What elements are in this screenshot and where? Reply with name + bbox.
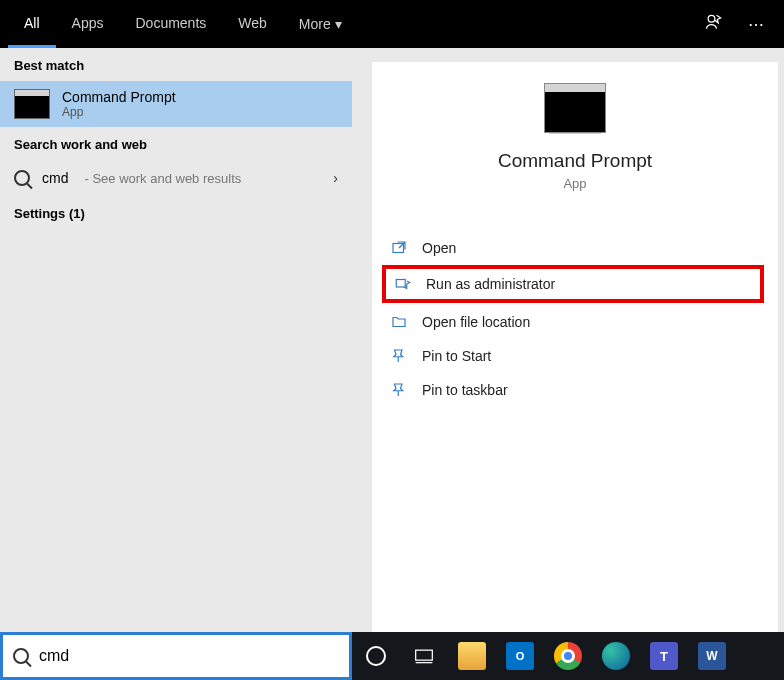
svg-rect-2 [396, 280, 405, 288]
taskbar-search[interactable] [0, 632, 352, 680]
svg-rect-3 [416, 650, 433, 660]
result-subtitle: App [62, 105, 176, 119]
taskbar-app-edge[interactable] [592, 632, 640, 680]
result-command-prompt[interactable]: Command Prompt App [0, 81, 352, 127]
web-hint: - See work and web results [84, 171, 241, 186]
best-match-header: Best match [0, 48, 352, 81]
search-icon [14, 170, 30, 186]
action-open-location-label: Open file location [422, 314, 530, 330]
cortana-icon [366, 646, 386, 666]
preview-app-icon [545, 84, 605, 132]
preview-subtitle: App [372, 176, 778, 191]
action-pin-start-label: Pin to Start [422, 348, 491, 364]
pin-icon [390, 347, 408, 365]
chevron-right-icon: › [333, 170, 338, 186]
edge-icon [602, 642, 630, 670]
folder-icon [390, 313, 408, 331]
file-explorer-icon [458, 642, 486, 670]
search-icon [13, 648, 29, 664]
search-input[interactable] [39, 647, 339, 665]
web-query: cmd [42, 170, 68, 186]
tab-more-label: More [299, 1, 331, 47]
action-run-admin-label: Run as administrator [426, 276, 555, 292]
settings-header[interactable]: Settings (1) [0, 196, 352, 229]
more-options-icon[interactable]: ⋯ [736, 15, 776, 34]
task-view-button[interactable] [400, 632, 448, 680]
shield-run-icon [394, 275, 412, 293]
preview-panel: Command Prompt App Open Run as administr… [372, 62, 778, 632]
action-pin-to-taskbar[interactable]: Pin to taskbar [378, 373, 772, 407]
action-open-label: Open [422, 240, 456, 256]
command-prompt-icon [14, 89, 50, 119]
action-open-file-location[interactable]: Open file location [378, 305, 772, 339]
preview-title: Command Prompt [372, 150, 778, 172]
search-work-web-header: Search work and web [0, 127, 352, 160]
tab-apps[interactable]: Apps [56, 0, 120, 48]
tab-all[interactable]: All [8, 0, 56, 48]
results-panel: Best match Command Prompt App Search wor… [0, 48, 352, 632]
tab-documents[interactable]: Documents [119, 0, 222, 48]
taskbar-app-teams[interactable]: T [640, 632, 688, 680]
chevron-down-icon: ▾ [335, 1, 342, 47]
action-pin-to-start[interactable]: Pin to Start [378, 339, 772, 373]
taskbar-app-explorer[interactable] [448, 632, 496, 680]
result-title: Command Prompt [62, 89, 176, 105]
word-icon: W [698, 642, 726, 670]
action-run-as-administrator[interactable]: Run as administrator [386, 269, 760, 299]
taskbar-app-chrome[interactable] [544, 632, 592, 680]
feedback-icon[interactable] [692, 12, 736, 36]
search-tabs: All Apps Documents Web More ▾ ⋯ [0, 0, 784, 48]
teams-icon: T [650, 642, 678, 670]
taskbar-app-word[interactable]: W [688, 632, 736, 680]
outlook-icon: O [506, 642, 534, 670]
highlight-annotation: Run as administrator [382, 265, 764, 303]
action-open[interactable]: Open [378, 231, 772, 265]
taskbar: O T W [0, 632, 784, 680]
action-pin-taskbar-label: Pin to taskbar [422, 382, 508, 398]
cortana-button[interactable] [352, 632, 400, 680]
pin-taskbar-icon [390, 381, 408, 399]
open-icon [390, 239, 408, 257]
tab-web[interactable]: Web [222, 0, 283, 48]
svg-point-0 [708, 15, 715, 22]
taskbar-app-outlook[interactable]: O [496, 632, 544, 680]
chrome-icon [554, 642, 582, 670]
task-view-icon [414, 647, 434, 665]
web-result-cmd[interactable]: cmd - See work and web results › [0, 160, 352, 196]
tab-more[interactable]: More ▾ [283, 0, 358, 48]
